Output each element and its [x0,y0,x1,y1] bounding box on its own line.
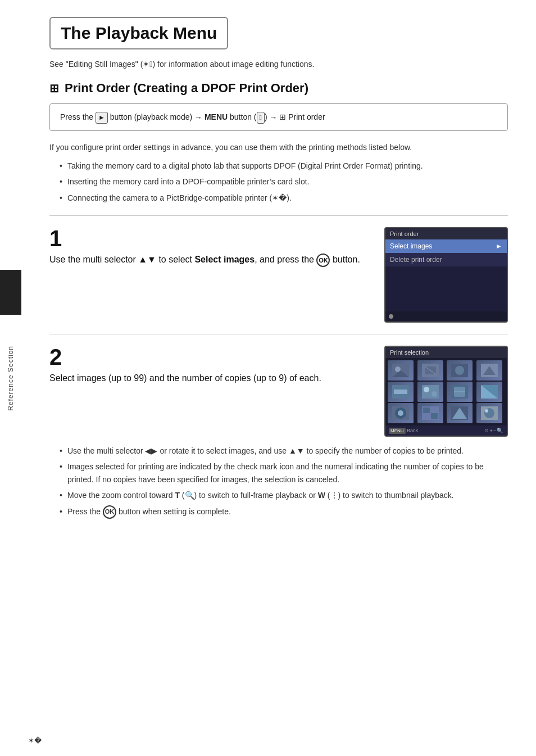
svg-point-14 [431,391,437,397]
step2-bullet-1: Use the multi selector ◀▶ or rotate it t… [60,445,508,457]
step2-left: 2 Select images (up to 99) and the numbe… [49,346,373,385]
thumb-svg-7 [451,385,468,399]
sidebar-label: Reference Section [7,346,15,411]
thumb-grid [385,358,507,425]
step1-section: 1 Use the multi selector ▲▼ to select Se… [49,227,508,323]
thumb-svg-2 [422,364,439,377]
w-label: W [318,491,325,500]
title-box: The Playback Menu [49,17,228,49]
svg-rect-25 [431,413,438,419]
thumb-svg-6 [422,385,439,399]
step-divider-2 [49,334,508,334]
sidebar: Reference Section [0,0,21,756]
page-footer: ✶� [28,736,42,745]
print-sel-title: Print selection [385,347,507,358]
step1-left: 1 Use the multi selector ▲▼ to select Se… [49,227,373,267]
step2-section: 2 Select images (up to 99) and the numbe… [49,346,508,519]
thumb-svg-8 [481,385,498,399]
menu-label: MENU [205,112,228,121]
page-title: The Playback Menu [61,24,217,43]
thumb-7 [447,382,473,402]
step2-number: 2 [49,346,373,368]
svg-rect-11 [394,390,407,394]
menu-arrow: ► [496,242,502,250]
thumb-svg-12 [481,406,498,420]
thumb-5-content [388,382,414,402]
step1-text: Use the multi selector ▲▼ to select Sele… [49,253,373,267]
sidebar-black-bar [0,270,21,315]
thumb-6-content [417,382,443,402]
thumb-svg-1 [392,364,409,377]
step1-number: 1 [49,227,373,250]
step2-bullet-list: Use the multi selector ◀▶ or rotate it t… [49,445,508,519]
thumb-svg-11 [451,406,468,420]
menu-item-label: Select images [390,242,432,250]
back-label: Back [407,428,418,433]
thumb-svg-9 [392,406,409,420]
step2-bullet-3: Move the zoom control toward T (🔍) to sw… [60,489,508,501]
svg-point-22 [398,410,403,416]
step2-bullet-4: Press the OK button when setting is comp… [60,505,508,519]
body-paragraph: If you configure print order settings in… [49,141,508,153]
step1-bold: Select images [194,255,255,264]
thumb-9-content [388,403,414,423]
step1-screen-container: Print order Select images ► Delete print… [384,227,508,323]
section-heading-text: Print Order (Creating a DPOF Print Order… [65,81,308,96]
ok-btn-step2: OK [103,505,116,519]
arrow-symbol-2: → [269,113,277,122]
step2-bullet-2: Images selected for printing are indicat… [60,460,508,486]
thumb-12 [476,403,502,423]
ok-button-symbol: OK [316,253,330,267]
bottom-bar-back: MENU Back [389,428,418,433]
bullet-item: Connecting the camera to a PictBridge-co… [60,192,508,204]
thumb-9 [388,403,414,423]
main-content: The Playback Menu See "Editing Still Ima… [21,0,536,551]
arrow-symbol: → [194,113,202,122]
screen-bottom-dot [389,314,393,319]
thumb-2-content [417,360,443,381]
bullet-item: Inserting the memory card into a DPOF-co… [60,175,508,188]
thumb-8-content [476,382,502,402]
svg-rect-12 [422,385,439,399]
step1-camera-screen: Print order Select images ► Delete print… [384,227,508,323]
thumb-3-content [447,360,473,381]
menu-label-bottom: MENU [389,428,406,434]
t-label: T [175,491,180,500]
print-sel-bottom: MENU Back ⊙+−🔍 [385,425,507,436]
thumb-11-content [447,403,473,423]
step-divider [49,215,508,216]
thumb-svg-3 [451,364,468,377]
svg-point-7 [455,366,464,375]
thumb-6 [417,382,443,402]
step2-screen-container: Print selection [384,346,508,437]
svg-point-13 [424,387,429,392]
screen-menu-delete: Delete print order [385,253,507,266]
subtitle-text: See "Editing Still Images" (✶𧉇) for info… [49,60,508,69]
screen-title: Print order [385,228,507,239]
thumb-1-content [388,360,414,381]
play-button-symbol: ► [96,112,108,124]
footer-icon: ✶� [28,736,42,745]
thumb-4-content [476,360,502,381]
print-order-icon: ⊞ [49,82,59,95]
screen-bottom [385,311,507,322]
thumb-3 [447,360,473,381]
thumb-svg-4 [481,364,498,377]
svg-rect-24 [423,408,430,413]
bottom-bar-icons: ⊙+−🔍 [484,428,503,433]
thumb-2 [417,360,443,381]
bullet-list: Taking the memory card to a digital phot… [49,160,508,204]
instruction-box: Press the ► button (playback mode) → MEN… [49,103,508,131]
page-container: Reference Section The Playback Menu See … [0,0,536,756]
thumb-12-content [476,403,502,423]
thumb-11 [447,403,473,423]
thumb-10-content [417,403,443,423]
page-ref-symbol: 𥨘 [257,112,265,124]
screen-body [385,266,507,311]
thumb-1 [388,360,414,381]
thumb-svg-5 [392,385,409,399]
step2-header: 2 Select images (up to 99) and the numbe… [49,346,508,437]
thumb-svg-10 [422,406,439,420]
section-heading: ⊞ Print Order (Creating a DPOF Print Ord… [49,81,508,96]
screen-menu-select-images: Select images ► [385,239,507,253]
